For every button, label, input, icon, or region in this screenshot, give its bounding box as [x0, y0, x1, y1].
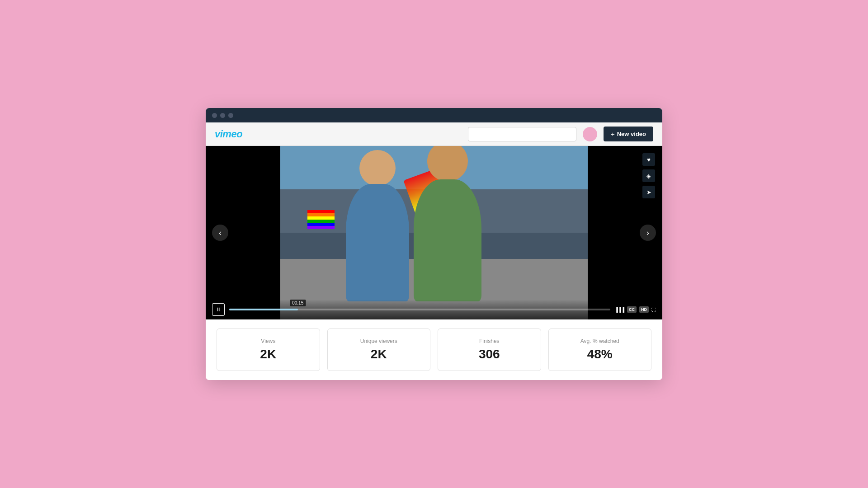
browser-window: vimeo + New video ‹: [206, 108, 662, 380]
avatar[interactable]: [583, 127, 597, 141]
finishes-label: Finishes: [479, 338, 500, 344]
hd-badge[interactable]: HD: [639, 306, 649, 313]
pause-icon: ⏸: [216, 306, 221, 313]
search-input[interactable]: [468, 127, 576, 141]
person-right-body: [414, 179, 481, 301]
next-video-button[interactable]: ›: [640, 225, 656, 241]
person-left-body: [346, 184, 409, 301]
heart-icon: ♥: [647, 156, 651, 163]
stat-card-finishes: Finishes 306: [438, 328, 541, 371]
pause-button[interactable]: ⏸: [212, 303, 225, 316]
video-controls: ⏸ 00:15 ▐▐▐ CC HD ⛶: [206, 300, 662, 319]
progress-fill: [229, 309, 298, 310]
vimeo-logo: vimeo: [215, 128, 462, 140]
new-video-label: New video: [617, 131, 646, 137]
views-label: Views: [261, 338, 275, 344]
plus-icon: +: [611, 130, 615, 138]
stats-row: Views 2K Unique viewers 2K Finishes 306 …: [206, 319, 662, 380]
unique-viewers-label: Unique viewers: [360, 338, 397, 344]
layers-icon: ◈: [646, 173, 651, 179]
volume-icon[interactable]: ▐▐▐: [615, 307, 624, 312]
finishes-value: 306: [479, 347, 500, 361]
person-left-head: [359, 150, 396, 186]
views-value: 2K: [260, 347, 276, 361]
browser-dot-yellow: [220, 113, 225, 118]
share-icon: ➤: [646, 189, 651, 196]
prev-video-button[interactable]: ‹: [212, 225, 228, 241]
chevron-right-icon: ›: [646, 228, 649, 238]
side-actions: ♥ ◈ ➤: [642, 153, 655, 198]
video-frame: [280, 146, 588, 319]
layers-button[interactable]: ◈: [642, 169, 655, 182]
rainbow-flag: [307, 210, 335, 229]
browser-titlebar: [206, 108, 662, 122]
new-video-button[interactable]: + New video: [604, 127, 653, 141]
share-button[interactable]: ➤: [642, 186, 655, 198]
stat-card-views: Views 2K: [217, 328, 320, 371]
fullscreen-icon[interactable]: ⛶: [651, 307, 656, 312]
cc-badge[interactable]: CC: [627, 306, 637, 313]
avg-watched-label: Avg. % watched: [580, 338, 619, 344]
progress-bar[interactable]: 00:15: [229, 309, 610, 310]
like-button[interactable]: ♥: [642, 153, 655, 166]
unique-viewers-value: 2K: [371, 347, 387, 361]
stat-card-unique-viewers: Unique viewers 2K: [327, 328, 431, 371]
browser-dot-red: [212, 113, 217, 118]
avg-watched-value: 48%: [587, 347, 613, 361]
time-tooltip: 00:15: [290, 300, 306, 306]
browser-dot-green: [228, 113, 233, 118]
stat-card-avg-watched: Avg. % watched 48%: [548, 328, 652, 371]
browser-nav: vimeo + New video: [206, 122, 662, 146]
control-icons: ▐▐▐ CC HD ⛶: [615, 306, 656, 313]
chevron-left-icon: ‹: [219, 228, 222, 238]
video-area: ‹ ♥: [206, 146, 662, 319]
